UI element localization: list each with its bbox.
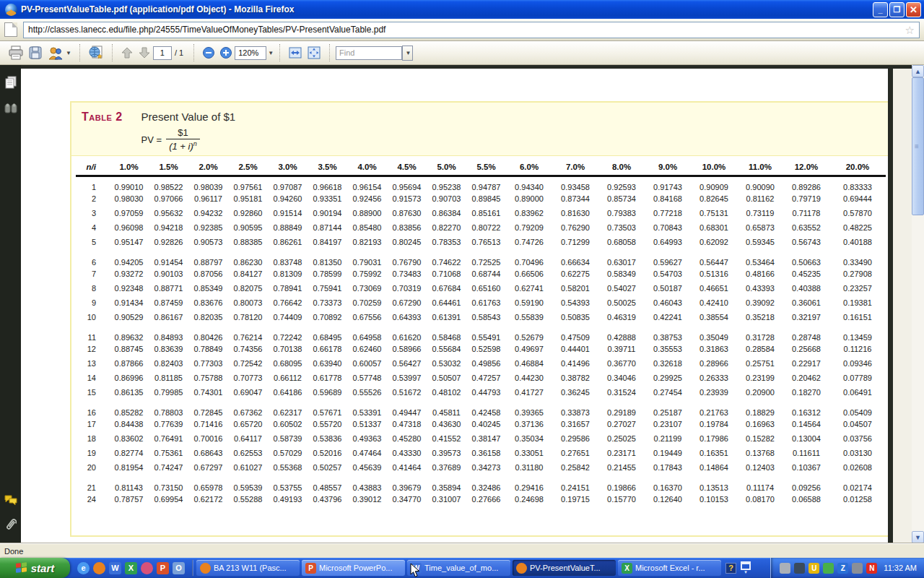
pink-app-icon[interactable] [141,562,153,574]
formula-exponent: n [193,140,197,147]
pv-factor-cell: 0.64993 [645,235,691,249]
pv-factor-cell: 0.56447 [691,249,737,267]
pv-factor-cell: 0.16370 [645,475,691,492]
pv-factor-cell: 0.73150 [149,475,188,492]
pv-factor-cell: 0.97066 [149,191,188,206]
pv-factor-cell: 0.53997 [387,371,427,385]
pv-factor-cell: 0.69047 [228,385,268,400]
pv-factor-cell: 0.88771 [149,281,188,296]
start-button[interactable]: start [0,558,70,578]
pv-factor-cell: 0.83602 [109,431,149,446]
pv-factor-cell: 0.48166 [737,267,783,281]
task-pv-pdf[interactable]: PV-PresentValueT... [513,560,616,576]
pv-factor-cell: 0.43330 [387,446,427,460]
powerpoint-icon[interactable]: P [157,562,169,574]
pv-factor-cell: 0.95632 [149,206,188,220]
task-powerpoint[interactable]: PMicrosoft PowerPo... [302,560,405,576]
tray-icon-1[interactable] [780,563,790,574]
pv-factor-cell: 0.36770 [598,356,645,371]
url-input[interactable]: http://classes.lanecc.edu/file.php/24555… [23,22,920,38]
pv-factor-cell: 0.76513 [466,235,506,249]
window-toggle[interactable]: ▾ [741,561,751,574]
pv-factor-cell: 0.65720 [228,417,268,431]
pv-factor-cell: 0.94205 [109,249,149,267]
task-excel[interactable]: XMicrosoft Excel - r... [618,560,721,576]
pv-factor-cell: 0.79031 [347,249,387,267]
collaborate-button[interactable]: ▼ [45,43,74,62]
tray-icon-7[interactable]: N [866,563,877,574]
pv-factor-cell: 0.39092 [737,296,783,310]
zoom-out-button[interactable] [200,43,217,62]
pv-factor-cell: 0.58349 [598,267,645,281]
status-text: Done [4,547,23,556]
pv-factor-cell: 0.97087 [268,176,308,192]
outlook-icon[interactable]: O [173,562,185,574]
collaborate-caret-icon: ▼ [66,50,71,56]
save-button[interactable] [26,43,45,62]
pv-factor-cell: 0.16151 [829,310,886,324]
pv-factor-cell: 0.50663 [783,249,829,267]
tray-icon-6[interactable] [852,563,863,574]
help-tray-icon[interactable]: ? [725,563,736,574]
close-button[interactable]: ✕ [906,2,921,17]
pv-factor-cell: 0.55839 [506,310,552,324]
next-page-button[interactable] [136,43,153,62]
tray-icon-5[interactable]: Z [837,563,848,574]
pv-factor-cell: 0.50025 [598,296,645,310]
vertical-scrollbar[interactable]: ▲ ▼ [912,65,924,543]
zoom-in-button[interactable] [217,43,235,62]
pv-factor-cell: 0.87344 [552,191,598,206]
table-row: 80.923480.887710.853490.820750.789410.75… [76,281,886,296]
internet-explorer-icon[interactable]: e [77,562,90,574]
find-input[interactable]: Find [336,46,402,60]
pv-factor-cell: 0.39573 [427,446,466,460]
minimize-button[interactable]: _ [873,2,888,17]
firefox-icon[interactable] [93,562,105,574]
fit-page-button[interactable] [305,43,323,62]
tray-icon-3[interactable]: U [808,563,819,574]
comments-panel-icon[interactable] [4,493,18,507]
pv-factor-cell: 0.38147 [466,431,506,446]
toolbar-separator [79,44,80,61]
pv-factor-cell: 0.77218 [645,206,691,220]
task-word-doc[interactable]: WTime_value_of_mo... [407,560,510,576]
bookmarks-panel-icon[interactable] [4,101,18,116]
pages-panel-icon[interactable] [4,75,18,90]
share-document-button[interactable] [86,43,106,62]
scroll-down-button[interactable]: ▼ [912,531,924,543]
tray-icon-2[interactable] [794,563,805,574]
fit-width-button[interactable] [286,43,305,62]
pv-factor-cell: 0.87866 [109,356,149,371]
pv-factor-cell: 0.78803 [149,400,188,417]
pv-factor-cell: 0.70319 [387,281,427,296]
pv-factor-cell: 0.87630 [387,206,427,220]
scrollbar-thumb[interactable] [912,77,924,215]
pv-factor-cell: 0.95694 [387,176,427,192]
pv-factor-cell: 0.19449 [645,446,691,460]
scroll-up-button[interactable]: ▲ [912,65,924,77]
taskbar: start eWXPO BA 213 W11 (Pasc...PMicrosof… [0,558,924,578]
pv-factor-cell: 0.32618 [645,356,691,371]
pv-factor-cell: 0.64186 [268,385,308,400]
pv-factor-cell: 0.86230 [228,249,268,267]
print-button[interactable] [6,43,26,62]
restore-button[interactable]: ❐ [889,2,905,17]
zoom-level-input[interactable]: 120% [235,46,266,60]
toolbar-separator [279,44,280,61]
attachments-panel-icon[interactable] [4,519,18,533]
period-cell: 8 [76,281,109,296]
pv-factor-cell: 0.49193 [268,492,308,506]
previous-page-button[interactable] [118,43,136,62]
tray-icon-4[interactable] [823,563,834,574]
bookmark-star-icon[interactable]: ☆ [905,25,915,35]
pv-factor-cell: 0.85349 [188,281,228,296]
pv-factor-cell: 0.71416 [188,417,228,431]
word-icon[interactable]: W [109,562,121,574]
excel-icon[interactable]: X [125,562,137,574]
pv-factor-cell: 0.53032 [427,356,466,371]
zoom-caret-icon[interactable]: ▼ [268,50,274,56]
period-cell: 2 [76,191,109,206]
page-number-input[interactable]: 1 [153,46,172,60]
find-options-button[interactable]: ▼ [402,46,413,61]
task-ba213[interactable]: BA 213 W11 (Pasc... [196,560,300,576]
